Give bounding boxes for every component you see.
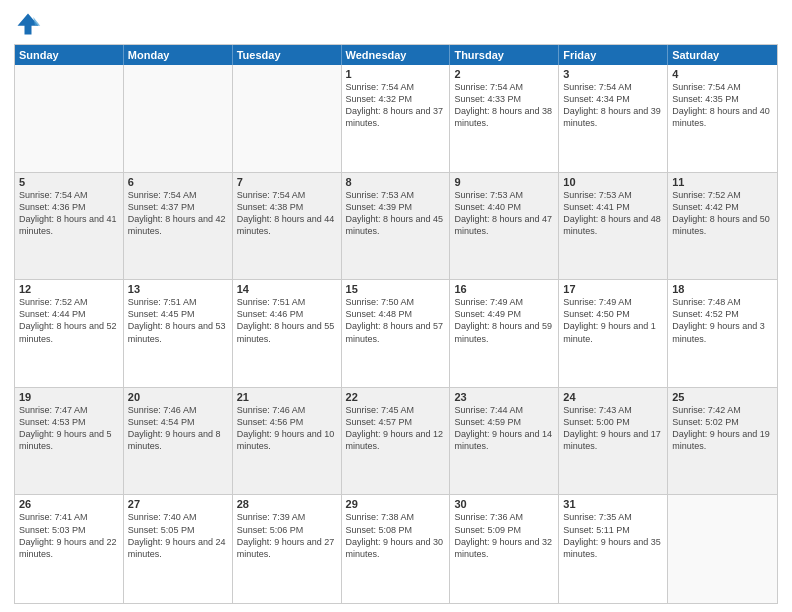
day-number: 15 <box>346 283 446 295</box>
day-number: 21 <box>237 391 337 403</box>
weekday-header-friday: Friday <box>559 45 668 65</box>
day-info: Sunrise: 7:45 AM Sunset: 4:57 PM Dayligh… <box>346 404 446 453</box>
cal-cell-5-5: 30Sunrise: 7:36 AM Sunset: 5:09 PM Dayli… <box>450 495 559 603</box>
cal-cell-4-6: 24Sunrise: 7:43 AM Sunset: 5:00 PM Dayli… <box>559 388 668 495</box>
day-number: 14 <box>237 283 337 295</box>
day-info: Sunrise: 7:44 AM Sunset: 4:59 PM Dayligh… <box>454 404 554 453</box>
day-number: 19 <box>19 391 119 403</box>
day-info: Sunrise: 7:52 AM Sunset: 4:44 PM Dayligh… <box>19 296 119 345</box>
cal-cell-5-7 <box>668 495 777 603</box>
weekday-header-sunday: Sunday <box>15 45 124 65</box>
cal-cell-3-5: 16Sunrise: 7:49 AM Sunset: 4:49 PM Dayli… <box>450 280 559 387</box>
day-number: 16 <box>454 283 554 295</box>
day-info: Sunrise: 7:54 AM Sunset: 4:34 PM Dayligh… <box>563 81 663 130</box>
day-number: 10 <box>563 176 663 188</box>
day-number: 4 <box>672 68 773 80</box>
day-info: Sunrise: 7:54 AM Sunset: 4:38 PM Dayligh… <box>237 189 337 238</box>
cal-cell-1-3 <box>233 65 342 172</box>
calendar: SundayMondayTuesdayWednesdayThursdayFrid… <box>14 44 778 604</box>
day-info: Sunrise: 7:54 AM Sunset: 4:36 PM Dayligh… <box>19 189 119 238</box>
day-info: Sunrise: 7:54 AM Sunset: 4:37 PM Dayligh… <box>128 189 228 238</box>
day-info: Sunrise: 7:46 AM Sunset: 4:54 PM Dayligh… <box>128 404 228 453</box>
cal-cell-2-5: 9Sunrise: 7:53 AM Sunset: 4:40 PM Daylig… <box>450 173 559 280</box>
day-info: Sunrise: 7:46 AM Sunset: 4:56 PM Dayligh… <box>237 404 337 453</box>
day-number: 24 <box>563 391 663 403</box>
day-number: 18 <box>672 283 773 295</box>
cal-cell-4-7: 25Sunrise: 7:42 AM Sunset: 5:02 PM Dayli… <box>668 388 777 495</box>
day-number: 13 <box>128 283 228 295</box>
cal-cell-2-4: 8Sunrise: 7:53 AM Sunset: 4:39 PM Daylig… <box>342 173 451 280</box>
weekday-header-thursday: Thursday <box>450 45 559 65</box>
cal-cell-4-5: 23Sunrise: 7:44 AM Sunset: 4:59 PM Dayli… <box>450 388 559 495</box>
cal-cell-3-2: 13Sunrise: 7:51 AM Sunset: 4:45 PM Dayli… <box>124 280 233 387</box>
cal-cell-4-3: 21Sunrise: 7:46 AM Sunset: 4:56 PM Dayli… <box>233 388 342 495</box>
cal-cell-1-5: 2Sunrise: 7:54 AM Sunset: 4:33 PM Daylig… <box>450 65 559 172</box>
day-info: Sunrise: 7:53 AM Sunset: 4:40 PM Dayligh… <box>454 189 554 238</box>
day-info: Sunrise: 7:39 AM Sunset: 5:06 PM Dayligh… <box>237 511 337 560</box>
cal-cell-1-7: 4Sunrise: 7:54 AM Sunset: 4:35 PM Daylig… <box>668 65 777 172</box>
cal-cell-2-3: 7Sunrise: 7:54 AM Sunset: 4:38 PM Daylig… <box>233 173 342 280</box>
calendar-row-3: 12Sunrise: 7:52 AM Sunset: 4:44 PM Dayli… <box>15 280 777 388</box>
day-info: Sunrise: 7:54 AM Sunset: 4:33 PM Dayligh… <box>454 81 554 130</box>
cal-cell-1-6: 3Sunrise: 7:54 AM Sunset: 4:34 PM Daylig… <box>559 65 668 172</box>
day-info: Sunrise: 7:49 AM Sunset: 4:50 PM Dayligh… <box>563 296 663 345</box>
day-info: Sunrise: 7:51 AM Sunset: 4:45 PM Dayligh… <box>128 296 228 345</box>
weekday-header-saturday: Saturday <box>668 45 777 65</box>
day-info: Sunrise: 7:49 AM Sunset: 4:49 PM Dayligh… <box>454 296 554 345</box>
page: SundayMondayTuesdayWednesdayThursdayFrid… <box>0 0 792 612</box>
cal-cell-2-2: 6Sunrise: 7:54 AM Sunset: 4:37 PM Daylig… <box>124 173 233 280</box>
cal-cell-2-1: 5Sunrise: 7:54 AM Sunset: 4:36 PM Daylig… <box>15 173 124 280</box>
day-number: 22 <box>346 391 446 403</box>
day-number: 17 <box>563 283 663 295</box>
day-info: Sunrise: 7:41 AM Sunset: 5:03 PM Dayligh… <box>19 511 119 560</box>
header <box>14 10 778 38</box>
cal-cell-5-3: 28Sunrise: 7:39 AM Sunset: 5:06 PM Dayli… <box>233 495 342 603</box>
day-number: 25 <box>672 391 773 403</box>
day-number: 26 <box>19 498 119 510</box>
day-number: 2 <box>454 68 554 80</box>
cal-cell-2-6: 10Sunrise: 7:53 AM Sunset: 4:41 PM Dayli… <box>559 173 668 280</box>
day-info: Sunrise: 7:42 AM Sunset: 5:02 PM Dayligh… <box>672 404 773 453</box>
calendar-row-1: 1Sunrise: 7:54 AM Sunset: 4:32 PM Daylig… <box>15 65 777 173</box>
cal-cell-4-4: 22Sunrise: 7:45 AM Sunset: 4:57 PM Dayli… <box>342 388 451 495</box>
day-number: 1 <box>346 68 446 80</box>
day-number: 27 <box>128 498 228 510</box>
day-info: Sunrise: 7:47 AM Sunset: 4:53 PM Dayligh… <box>19 404 119 453</box>
cal-cell-3-3: 14Sunrise: 7:51 AM Sunset: 4:46 PM Dayli… <box>233 280 342 387</box>
day-number: 20 <box>128 391 228 403</box>
day-number: 7 <box>237 176 337 188</box>
day-number: 9 <box>454 176 554 188</box>
calendar-body: 1Sunrise: 7:54 AM Sunset: 4:32 PM Daylig… <box>15 65 777 603</box>
day-info: Sunrise: 7:53 AM Sunset: 4:39 PM Dayligh… <box>346 189 446 238</box>
day-number: 6 <box>128 176 228 188</box>
day-number: 3 <box>563 68 663 80</box>
day-number: 8 <box>346 176 446 188</box>
cal-cell-3-6: 17Sunrise: 7:49 AM Sunset: 4:50 PM Dayli… <box>559 280 668 387</box>
cal-cell-5-4: 29Sunrise: 7:38 AM Sunset: 5:08 PM Dayli… <box>342 495 451 603</box>
cal-cell-1-4: 1Sunrise: 7:54 AM Sunset: 4:32 PM Daylig… <box>342 65 451 172</box>
day-number: 31 <box>563 498 663 510</box>
day-number: 28 <box>237 498 337 510</box>
weekday-header-monday: Monday <box>124 45 233 65</box>
day-info: Sunrise: 7:53 AM Sunset: 4:41 PM Dayligh… <box>563 189 663 238</box>
calendar-header: SundayMondayTuesdayWednesdayThursdayFrid… <box>15 45 777 65</box>
day-number: 12 <box>19 283 119 295</box>
day-info: Sunrise: 7:54 AM Sunset: 4:35 PM Dayligh… <box>672 81 773 130</box>
cal-cell-3-1: 12Sunrise: 7:52 AM Sunset: 4:44 PM Dayli… <box>15 280 124 387</box>
calendar-row-2: 5Sunrise: 7:54 AM Sunset: 4:36 PM Daylig… <box>15 173 777 281</box>
day-info: Sunrise: 7:38 AM Sunset: 5:08 PM Dayligh… <box>346 511 446 560</box>
day-number: 5 <box>19 176 119 188</box>
logo-icon <box>14 10 42 38</box>
cal-cell-2-7: 11Sunrise: 7:52 AM Sunset: 4:42 PM Dayli… <box>668 173 777 280</box>
cal-cell-5-1: 26Sunrise: 7:41 AM Sunset: 5:03 PM Dayli… <box>15 495 124 603</box>
cal-cell-1-1 <box>15 65 124 172</box>
day-number: 29 <box>346 498 446 510</box>
day-info: Sunrise: 7:36 AM Sunset: 5:09 PM Dayligh… <box>454 511 554 560</box>
day-info: Sunrise: 7:43 AM Sunset: 5:00 PM Dayligh… <box>563 404 663 453</box>
day-number: 30 <box>454 498 554 510</box>
day-info: Sunrise: 7:52 AM Sunset: 4:42 PM Dayligh… <box>672 189 773 238</box>
cal-cell-5-2: 27Sunrise: 7:40 AM Sunset: 5:05 PM Dayli… <box>124 495 233 603</box>
cal-cell-3-4: 15Sunrise: 7:50 AM Sunset: 4:48 PM Dayli… <box>342 280 451 387</box>
cal-cell-3-7: 18Sunrise: 7:48 AM Sunset: 4:52 PM Dayli… <box>668 280 777 387</box>
day-info: Sunrise: 7:51 AM Sunset: 4:46 PM Dayligh… <box>237 296 337 345</box>
